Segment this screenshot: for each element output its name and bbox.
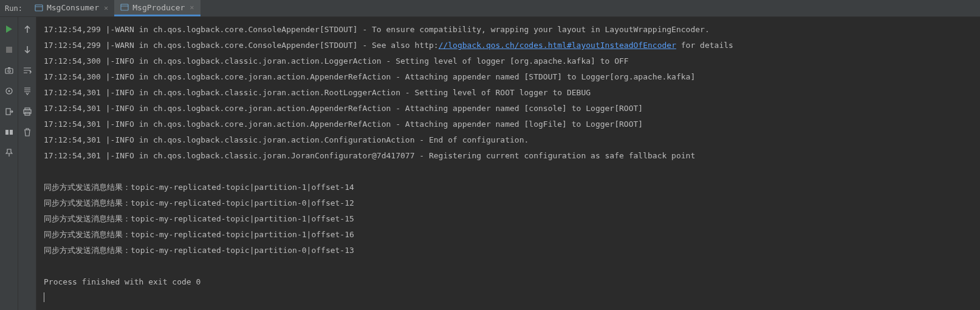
log-line: 17:12:54,301 |-INFO in ch.qos.logback.cl…	[44, 132, 973, 148]
log-line: 17:12:54,301 |-INFO in ch.qos.logback.co…	[44, 101, 973, 116]
main-area: 17:12:54,299 |-WARN in ch.qos.logback.co…	[0, 17, 980, 310]
log-line	[44, 164, 973, 180]
log-line: 同步方式发送消息结果：topic-my-replicated-topic|par…	[44, 180, 973, 195]
close-icon[interactable]: ✕	[104, 4, 108, 12]
log-line: 17:12:54,300 |-INFO in ch.qos.logback.co…	[44, 69, 973, 85]
svg-point-10	[8, 90, 10, 92]
svg-rect-6	[5, 69, 13, 73]
log-line: 17:12:54,299 |-WARN in ch.qos.logback.co…	[44, 22, 973, 38]
debug-icon[interactable]	[3, 85, 15, 97]
tab-label: MsgProducer	[132, 3, 185, 12]
caret-line	[44, 290, 973, 306]
log-line: 17:12:54,301 |-INFO in ch.qos.logback.cl…	[44, 148, 973, 164]
console-toolbar	[18, 17, 36, 310]
run-config-icon	[35, 4, 43, 12]
layout-icon[interactable]	[3, 126, 15, 138]
tab-msgconsumer[interactable]: MsgConsumer ✕	[29, 0, 114, 16]
log-line: Process finished with exit code 0	[44, 274, 973, 290]
svg-rect-2	[121, 4, 128, 10]
run-config-icon	[120, 3, 129, 12]
log-line: 同步方式发送消息结果：topic-my-replicated-topic|par…	[44, 211, 973, 227]
camera-icon[interactable]	[3, 64, 15, 76]
console-output[interactable]: 17:12:54,299 |-WARN in ch.qos.logback.co…	[36, 17, 980, 310]
log-line: 同步方式发送消息结果：topic-my-replicated-topic|par…	[44, 195, 973, 211]
svg-point-7	[8, 70, 10, 72]
svg-rect-0	[35, 5, 43, 11]
log-line: 17:12:54,301 |-INFO in ch.qos.logback.co…	[44, 116, 973, 132]
close-icon[interactable]: ✕	[190, 3, 194, 12]
stop-disabled-icon	[3, 44, 15, 56]
svg-rect-11	[6, 109, 10, 115]
up-arrow-icon[interactable]	[21, 23, 33, 35]
trash-icon[interactable]	[21, 126, 33, 138]
run-label: Run:	[5, 4, 22, 13]
svg-marker-4	[6, 25, 12, 33]
pin-icon[interactable]	[3, 147, 15, 159]
scroll-to-end-icon[interactable]	[21, 85, 33, 97]
log-line	[44, 258, 973, 274]
tab-msgproducer[interactable]: MsgProducer ✕	[114, 0, 200, 16]
down-arrow-icon[interactable]	[21, 44, 33, 56]
svg-rect-5	[6, 47, 12, 53]
tab-label: MsgConsumer	[47, 3, 99, 12]
run-header: Run: MsgConsumer ✕ MsgProducer ✕	[0, 0, 980, 17]
soft-wrap-icon[interactable]	[21, 64, 33, 76]
svg-rect-12	[5, 130, 9, 135]
svg-rect-13	[10, 130, 13, 135]
log-line: 同步方式发送消息结果：topic-my-replicated-topic|par…	[44, 227, 973, 243]
svg-rect-8	[8, 67, 10, 69]
rerun-button[interactable]	[3, 23, 15, 35]
exit-icon[interactable]	[3, 106, 15, 118]
log-line: 同步方式发送消息结果：topic-my-replicated-topic|par…	[44, 243, 973, 258]
left-gutter	[0, 17, 18, 310]
caret-icon	[44, 292, 44, 302]
print-icon[interactable]	[21, 106, 33, 118]
log-line: 17:12:54,299 |-WARN in ch.qos.logback.co…	[44, 38, 973, 53]
log-link[interactable]: //logback.qos.ch/codes.html#layoutInstea…	[439, 41, 676, 50]
log-line: 17:12:54,300 |-INFO in ch.qos.logback.cl…	[44, 53, 973, 69]
log-line: 17:12:54,301 |-INFO in ch.qos.logback.cl…	[44, 85, 973, 101]
